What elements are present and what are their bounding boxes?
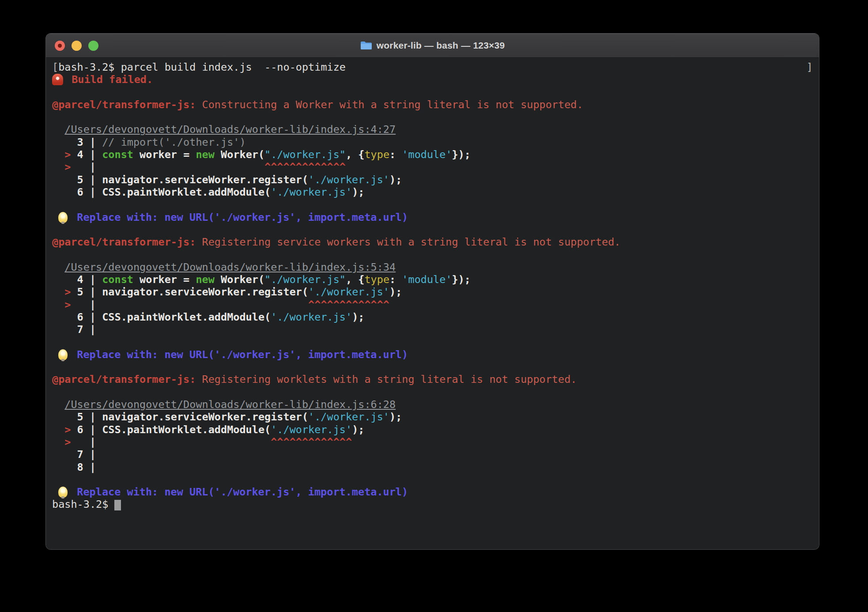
terminal-line: > 4 | const worker = new Worker("./worke…	[52, 148, 813, 161]
terminal-line: 6 | CSS.paintWorklet.addModule('./worker…	[52, 186, 813, 198]
terminal-line: Build failed.	[52, 73, 813, 86]
folder-icon	[360, 41, 372, 50]
terminal-line	[52, 223, 813, 236]
terminal-line: > | ^^^^^^^^^^^^^	[52, 298, 813, 311]
terminal-line	[52, 336, 813, 348]
terminal-line: Replace with: new URL('./worker.js', imp…	[52, 486, 813, 498]
close-button[interactable]	[55, 41, 65, 51]
bulb-icon	[58, 487, 68, 498]
titlebar[interactable]: worker-lib — bash — 123×39	[46, 34, 819, 58]
terminal-line: 3 | // import('./other.js')	[52, 136, 813, 148]
terminal-line: bash-3.2$	[52, 498, 813, 510]
terminal-line: /Users/devongovett/Downloads/worker-lib/…	[52, 398, 813, 411]
terminal-line: 6 | CSS.paintWorklet.addModule('./worker…	[52, 311, 813, 323]
terminal-line: 4 | const worker = new Worker("./worker.…	[52, 273, 813, 286]
terminal-line: > | ^^^^^^^^^^^^^	[52, 161, 813, 173]
terminal-line: 5 | navigator.serviceWorker.register('./…	[52, 174, 813, 186]
terminal-line	[52, 361, 813, 373]
terminal-line: [bash-3.2$ parcel build index.js --no-op…	[52, 61, 813, 73]
terminal-line	[52, 248, 813, 261]
terminal-cursor	[114, 500, 121, 510]
terminal-line: /Users/devongovett/Downloads/worker-lib/…	[52, 123, 813, 136]
terminal-line	[52, 198, 813, 211]
terminal-line: > 6 | CSS.paintWorklet.addModule('./work…	[52, 423, 813, 436]
terminal-line	[52, 386, 813, 398]
terminal-output[interactable]: [bash-3.2$ parcel build index.js --no-op…	[46, 58, 819, 550]
zoom-button[interactable]	[88, 41, 98, 51]
terminal-line: 7 |	[52, 448, 813, 461]
terminal-line	[52, 86, 813, 98]
terminal-line: 5 | navigator.serviceWorker.register('./…	[52, 411, 813, 423]
terminal-line	[52, 473, 813, 486]
bulb-icon	[58, 212, 68, 223]
terminal-line: > 5 | navigator.serviceWorker.register('…	[52, 286, 813, 298]
siren-icon	[52, 74, 63, 85]
traffic-lights	[55, 34, 98, 57]
minimize-button[interactable]	[72, 41, 82, 51]
terminal-line	[52, 111, 813, 123]
terminal-line: @parcel/transformer-js: Constructing a W…	[52, 98, 813, 111]
terminal-line: Replace with: new URL('./worker.js', imp…	[52, 348, 813, 361]
terminal-line: /Users/devongovett/Downloads/worker-lib/…	[52, 261, 813, 273]
terminal-line: 7 |	[52, 323, 813, 336]
terminal-line: @parcel/transformer-js: Registering serv…	[52, 236, 813, 248]
terminal-line: Replace with: new URL('./worker.js', imp…	[52, 211, 813, 223]
window-title: worker-lib — bash — 123×39	[377, 40, 505, 51]
terminal-line: > | ^^^^^^^^^^^^^	[52, 436, 813, 448]
title-group: worker-lib — bash — 123×39	[360, 40, 505, 51]
terminal-line: 8 |	[52, 461, 813, 473]
terminal-window: worker-lib — bash — 123×39 [bash-3.2$ pa…	[45, 33, 819, 550]
bulb-icon	[58, 349, 68, 360]
terminal-line: @parcel/transformer-js: Registering work…	[52, 373, 813, 385]
